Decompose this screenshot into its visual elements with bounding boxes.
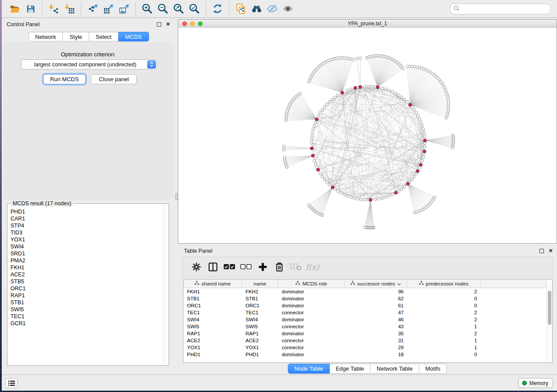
graph-node[interactable]	[415, 111, 418, 114]
graph-node[interactable]	[312, 128, 315, 131]
result-list-item[interactable]: SRD1	[10, 250, 163, 257]
table-cell[interactable]: FKH1	[242, 288, 278, 295]
graph-node[interactable]	[353, 197, 356, 199]
graph-node[interactable]	[319, 172, 322, 175]
result-list-item[interactable]: SWI4	[10, 243, 163, 250]
graph-node[interactable]	[310, 142, 313, 144]
graph-node[interactable]	[343, 193, 346, 196]
graph-node[interactable]	[363, 226, 366, 228]
import-network-icon[interactable]	[46, 2, 62, 15]
graph-node[interactable]	[346, 195, 349, 197]
column-header-shared-name[interactable]: shared name	[183, 279, 242, 288]
graph-hub-node[interactable]	[353, 86, 356, 89]
table-cell[interactable]: ACE2	[183, 337, 242, 344]
graph-node[interactable]	[349, 88, 352, 90]
table-row[interactable]: ACE2ACE2connector311	[183, 337, 552, 344]
float-panel-icon[interactable]	[157, 22, 161, 27]
show-all-eye-icon[interactable]	[280, 2, 296, 15]
graph-node[interactable]	[421, 124, 424, 127]
tab-node-table[interactable]: Node Table	[288, 364, 330, 374]
save-session-icon[interactable]	[23, 2, 38, 15]
graph-node[interactable]	[323, 106, 326, 108]
table-cell[interactable]: dominator	[278, 351, 345, 358]
table-cell[interactable]: 1	[407, 323, 481, 330]
result-list-item[interactable]: PHD1	[10, 208, 163, 215]
table-cell[interactable]: YOX1	[242, 344, 278, 351]
unselect-all-checkboxes-icon[interactable]	[238, 260, 254, 274]
table-cell[interactable]: 2	[407, 288, 481, 295]
result-list-item[interactable]: TID3	[10, 229, 163, 236]
graph-node[interactable]	[356, 57, 358, 60]
table-cell[interactable]: dominator	[278, 295, 345, 302]
graph-hub-node[interactable]	[341, 91, 344, 94]
show-columns-icon[interactable]	[204, 260, 221, 274]
table-cell[interactable]: STB1	[242, 295, 278, 302]
clone-network-icon[interactable]	[233, 2, 249, 15]
graph-node[interactable]	[328, 183, 331, 186]
table-row[interactable]: ORC1ORC1dominator610	[183, 302, 552, 309]
graph-node[interactable]	[319, 111, 322, 114]
graph-node[interactable]	[328, 100, 331, 103]
graph-node[interactable]	[384, 196, 387, 199]
graph-hub-node[interactable]	[416, 169, 419, 172]
graph-node[interactable]	[420, 121, 422, 124]
table-cell[interactable]: YOX1	[183, 344, 242, 351]
table-cell[interactable]: RAP1	[183, 330, 242, 337]
graph-node[interactable]	[413, 211, 416, 214]
graph-node[interactable]	[417, 114, 419, 117]
graph-node[interactable]	[363, 85, 366, 88]
graph-node[interactable]	[400, 188, 403, 190]
graph-node[interactable]	[422, 156, 425, 158]
graph-node[interactable]	[321, 175, 324, 178]
graph-node[interactable]	[359, 57, 362, 59]
graph-hub-node[interactable]	[376, 86, 379, 89]
column-header-MCDS-role[interactable]: MCDS role	[278, 279, 345, 288]
graph-node[interactable]	[423, 131, 426, 134]
graph-node[interactable]	[400, 96, 403, 99]
table-cell[interactable]: 0	[407, 295, 481, 302]
close-panel-button[interactable]: Close panel	[91, 74, 137, 84]
task-history-list-button[interactable]	[5, 378, 17, 388]
table-cell[interactable]: 35	[345, 330, 407, 337]
result-list-item[interactable]: STB1	[10, 299, 163, 306]
graph-node[interactable]	[323, 178, 326, 181]
graph-node[interactable]	[391, 90, 394, 93]
graph-node[interactable]	[402, 67, 405, 70]
graph-node[interactable]	[356, 198, 359, 200]
table-row[interactable]: TEC1TEC1connector472	[183, 309, 552, 316]
float-table-panel-icon[interactable]	[540, 249, 544, 253]
table-cell[interactable]: ORC1	[183, 302, 242, 309]
result-list-item[interactable]: CAR1	[10, 215, 163, 222]
graph-node[interactable]	[325, 103, 328, 106]
graph-node[interactable]	[451, 146, 454, 149]
graph-node[interactable]	[346, 89, 349, 92]
table-cell[interactable]: 1	[407, 337, 481, 344]
graph-hub-node[interactable]	[331, 186, 334, 189]
zoom-in-icon[interactable]	[139, 2, 155, 15]
graph-node[interactable]	[313, 124, 315, 127]
graph-node[interactable]	[314, 163, 317, 165]
graph-node[interactable]	[381, 87, 384, 89]
select-all-checkboxes-icon[interactable]	[221, 260, 238, 274]
export-image-icon[interactable]	[116, 2, 132, 15]
tab-edge-table[interactable]: Edge Table	[329, 364, 370, 374]
graph-node[interactable]	[367, 85, 370, 88]
result-list-item[interactable]: ORC1	[10, 285, 163, 292]
graph-node[interactable]	[388, 89, 391, 92]
table-row[interactable]: FKH1FKH1dominator962	[183, 288, 552, 295]
run-mcds-button[interactable]: Run MCDS	[43, 74, 86, 84]
zoom-selected-icon[interactable]	[187, 2, 202, 15]
table-cell[interactable]: 2	[407, 309, 481, 316]
graph-node[interactable]	[423, 135, 426, 138]
table-cell[interactable]: connector	[278, 337, 345, 344]
table-cell[interactable]: 29	[345, 344, 407, 351]
column-header-name[interactable]: name	[242, 279, 278, 288]
graph-node[interactable]	[313, 159, 315, 162]
graph-node[interactable]	[360, 198, 363, 201]
graph-node[interactable]	[349, 196, 352, 199]
graph-hub-node[interactable]	[359, 86, 362, 89]
search-input[interactable]	[462, 5, 550, 14]
table-cell[interactable]: FKH1	[183, 288, 242, 295]
graph-node[interactable]	[384, 88, 387, 90]
graph-node[interactable]	[424, 145, 426, 148]
